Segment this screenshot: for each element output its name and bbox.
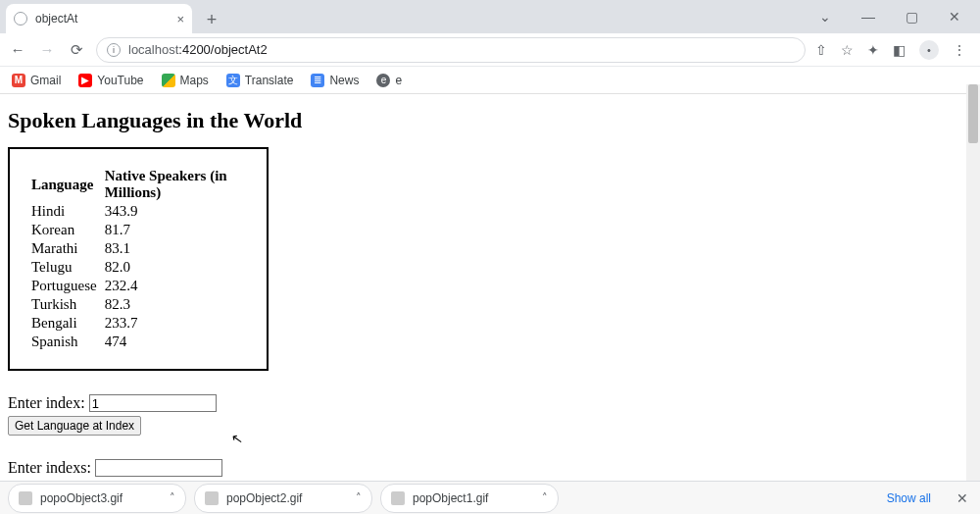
cell-speakers: 233.7 [101, 314, 249, 333]
viewport: Spoken Languages in the World Language N… [0, 94, 966, 481]
close-downloads-shelf-icon[interactable]: ✕ [945, 490, 980, 506]
forward-icon[interactable]: → [37, 41, 57, 58]
bookmarks-bar: MGmail ▶YouTube Maps 文Translate ≣News ee [0, 67, 980, 94]
reload-icon[interactable]: ⟳ [67, 41, 86, 59]
table-row: Hindi343.9 [27, 202, 249, 221]
url-path: :4200/objectAt2 [178, 42, 267, 57]
table-row: Korean81.7 [27, 221, 249, 239]
scrollbar-thumb[interactable] [968, 84, 978, 143]
file-icon [205, 491, 219, 505]
window-controls: ⌄ — ▢ ✕ [813, 0, 980, 33]
chevron-up-icon[interactable]: ˄ [542, 491, 548, 504]
vertical-scrollbar[interactable] [966, 84, 980, 481]
cell-language: Portuguese [27, 277, 101, 295]
bookmark-gmail[interactable]: MGmail [12, 74, 61, 87]
toolbar-right: ⇧ ☆ ✦ ◧ • ⋮ [815, 40, 972, 60]
indexes-input[interactable] [95, 459, 222, 477]
index-label: Enter index: [8, 394, 85, 412]
tab-title: objectAt [35, 12, 169, 26]
toolbar: ← → ⟳ i localhost:4200/objectAt2 ⇧ ☆ ✦ ◧… [0, 33, 980, 67]
bookmark-e[interactable]: ee [376, 74, 402, 87]
minimize-icon[interactable]: — [857, 9, 880, 25]
cell-speakers: 474 [101, 333, 249, 351]
globe-icon [14, 12, 27, 26]
new-tab-button[interactable]: + [198, 6, 225, 33]
news-icon: ≣ [311, 74, 324, 87]
url-host: localhost [128, 42, 178, 57]
cell-language: Korean [27, 221, 101, 239]
cell-speakers: 81.7 [101, 221, 249, 239]
url-text: localhost:4200/objectAt2 [128, 42, 268, 57]
bookmark-translate[interactable]: 文Translate [226, 74, 294, 87]
cell-language: Bengali [27, 314, 101, 333]
bookmark-youtube[interactable]: ▶YouTube [78, 74, 143, 87]
site-info-icon[interactable]: i [107, 43, 121, 57]
close-window-icon[interactable]: ✕ [943, 9, 966, 25]
extensions-icon[interactable]: ✦ [867, 42, 879, 58]
cell-speakers: 82.0 [101, 258, 249, 277]
e-icon: e [376, 74, 390, 87]
close-tab-icon[interactable]: × [176, 12, 184, 26]
download-name: popoObject3.gif [40, 491, 162, 505]
download-item[interactable]: popObject2.gif ˄ [194, 484, 372, 513]
gmail-icon: M [12, 74, 25, 87]
get-language-button[interactable]: Get Language at Index [8, 416, 141, 436]
address-bar[interactable]: i localhost:4200/objectAt2 [96, 37, 806, 63]
table-row: Turkish82.3 [27, 295, 249, 314]
table-row: Spanish474 [27, 333, 249, 351]
table-row: Telugu82.0 [27, 258, 249, 277]
indexes-form-line: Enter indexs: [8, 459, 958, 477]
file-icon [391, 491, 405, 505]
cell-language: Hindi [27, 202, 101, 221]
cell-language: Telugu [27, 258, 101, 277]
bookmark-star-icon[interactable]: ☆ [841, 42, 854, 58]
language-table: Language Native Speakers (in Millions) H… [27, 167, 249, 351]
chevron-up-icon[interactable]: ˄ [356, 491, 362, 504]
share-icon[interactable]: ⇧ [815, 42, 827, 58]
cell-language: Spanish [27, 333, 101, 351]
indexes-label: Enter indexs: [8, 459, 91, 477]
cell-language: Turkish [27, 295, 101, 314]
browser-tab[interactable]: objectAt × [6, 4, 192, 33]
bookmark-label: Translate [245, 74, 294, 87]
maps-icon [162, 74, 175, 87]
downloads-shelf: popoObject3.gif ˄ popObject2.gif ˄ popOb… [0, 481, 980, 514]
menu-dots-icon[interactable]: ⋮ [953, 42, 966, 58]
index-input[interactable] [89, 394, 217, 412]
cell-speakers: 83.1 [101, 239, 249, 258]
page-content: Spoken Languages in the World Language N… [0, 94, 966, 481]
side-panel-icon[interactable]: ◧ [893, 42, 906, 58]
download-name: popObject1.gif [413, 491, 534, 505]
cursor-icon: ↖ [230, 430, 245, 447]
bookmark-label: e [395, 74, 402, 87]
cell-speakers: 343.9 [101, 202, 249, 221]
bookmark-news[interactable]: ≣News [311, 74, 359, 87]
maximize-icon[interactable]: ▢ [900, 9, 923, 25]
bookmark-label: YouTube [97, 74, 143, 87]
cell-language: Marathi [27, 239, 101, 258]
file-icon [19, 491, 32, 505]
download-item[interactable]: popoObject3.gif ˄ [8, 484, 186, 513]
back-icon[interactable]: ← [8, 41, 27, 58]
table-row: Bengali233.7 [27, 314, 249, 333]
col-language: Language [27, 167, 101, 202]
chevron-up-icon[interactable]: ˄ [170, 491, 175, 504]
translate-icon: 文 [226, 74, 240, 87]
language-table-box: Language Native Speakers (in Millions) H… [8, 147, 269, 371]
profile-avatar-icon[interactable]: • [919, 40, 939, 60]
col-speakers: Native Speakers (in Millions) [101, 167, 249, 202]
youtube-icon: ▶ [78, 74, 92, 87]
download-name: popObject2.gif [226, 491, 348, 505]
page-title: Spoken Languages in the World [8, 108, 958, 133]
bookmark-label: Gmail [30, 74, 61, 87]
table-row: Portuguese232.4 [27, 277, 249, 295]
download-item[interactable]: popObject1.gif ˄ [380, 484, 559, 513]
index-form-line: Enter index: [8, 394, 958, 412]
bookmark-maps[interactable]: Maps [162, 74, 209, 87]
show-all-downloads[interactable]: Show all [873, 491, 945, 505]
bookmark-label: Maps [180, 74, 209, 87]
cell-speakers: 232.4 [101, 277, 249, 295]
bookmark-label: News [329, 74, 359, 87]
cell-speakers: 82.3 [101, 295, 249, 314]
chevron-down-icon[interactable]: ⌄ [813, 9, 837, 25]
